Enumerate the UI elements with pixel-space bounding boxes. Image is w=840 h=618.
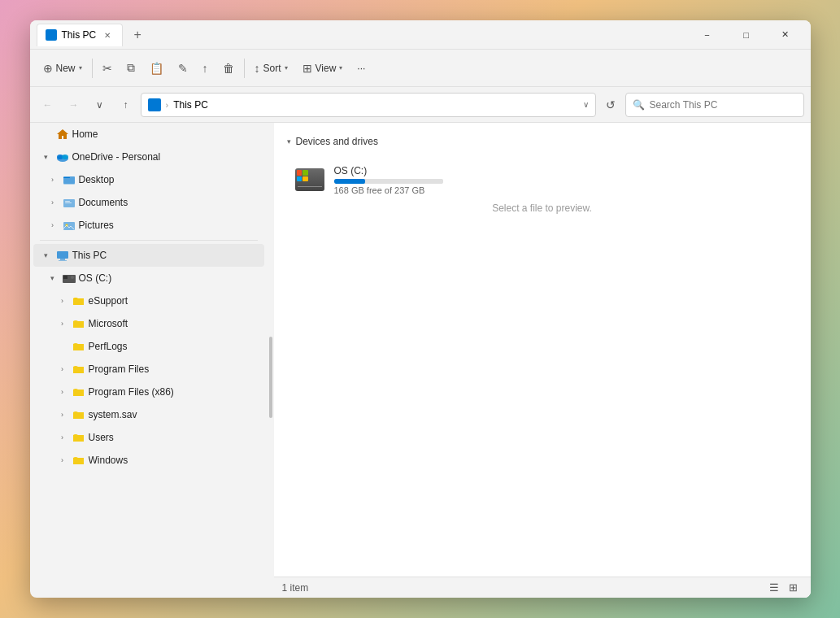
sidebar-item-program-files-x86[interactable]: › Program Files (x86) [50, 381, 264, 403]
address-text: This PC [173, 99, 208, 111]
minimize-button[interactable]: − [689, 24, 726, 46]
share-button[interactable]: ↑ [196, 58, 215, 79]
explorer-window: This PC ✕ + − □ ✕ ⊕ New ▾ ✂ ⧉ 📋 ✎ [30, 20, 811, 598]
svg-point-2 [62, 154, 68, 159]
toolbar: ⊕ New ▾ ✂ ⧉ 📋 ✎ ↑ 🗑 ↕ Sort ▾ ⊞ [30, 50, 811, 87]
section-title-devices: Devices and drives [296, 136, 378, 147]
paste-button[interactable]: 📋 [143, 58, 170, 79]
sidebar-item-onedrive[interactable]: ▾ OneDrive - Personal [33, 146, 264, 168]
sidebar-content: Home ▾ OneDrive - Personal › [30, 123, 268, 598]
main-area: Home ▾ OneDrive - Personal › [30, 123, 811, 598]
svg-point-16 [71, 276, 74, 279]
program-files-folder-icon [72, 363, 85, 376]
sidebar-scrollbar[interactable] [268, 123, 274, 598]
grid-view-button[interactable]: ⊞ [785, 580, 803, 596]
pictures-expand-icon[interactable]: › [46, 219, 59, 232]
sidebar-scrollbar-thumb[interactable] [269, 337, 272, 418]
windows-expand-icon[interactable]: › [56, 454, 69, 467]
system-sav-expand-icon[interactable]: › [56, 408, 69, 421]
close-button[interactable]: ✕ [767, 24, 804, 46]
sidebar-item-os-c[interactable]: ▾ OS (C:) [40, 267, 264, 289]
status-bar: 1 item ☰ ⊞ [274, 577, 811, 598]
sidebar-item-windows[interactable]: › Windows [50, 449, 264, 472]
svg-rect-15 [63, 276, 67, 279]
sidebar-item-desktop[interactable]: › Desktop [40, 168, 264, 191]
tab-close-button[interactable]: ✕ [101, 28, 114, 41]
esupport-expand-icon[interactable]: › [56, 294, 69, 307]
active-tab[interactable]: This PC ✕ [37, 24, 124, 46]
share-icon: ↑ [202, 62, 208, 75]
sidebar-system-sav-label: system.sav [89, 409, 137, 420]
section-expand-icon[interactable]: ▾ [287, 137, 291, 146]
sidebar-item-this-pc[interactable]: ▾ This PC [33, 244, 264, 267]
list-view-button[interactable]: ☰ [765, 580, 783, 596]
this-pc-expand-icon[interactable]: ▾ [40, 249, 53, 262]
paste-icon: 📋 [150, 62, 163, 75]
refresh-button[interactable]: ↺ [599, 94, 622, 116]
system-sav-folder-icon [72, 408, 85, 421]
address-field[interactable]: › This PC ∨ [141, 93, 596, 117]
microsoft-expand-icon[interactable]: › [56, 317, 69, 330]
rename-icon: ✎ [178, 62, 188, 75]
sidebar-item-users[interactable]: › Users [50, 426, 264, 449]
onedrive-expand-icon[interactable]: ▾ [40, 150, 53, 163]
svg-rect-7 [65, 201, 70, 202]
drive-bar-fill [334, 179, 366, 184]
sidebar-esupport-label: eSupport [89, 295, 128, 307]
view-button[interactable]: ⊞ View ▾ [296, 58, 350, 79]
sort-icon: ↕ [255, 62, 260, 75]
back-button[interactable]: ← [37, 94, 59, 116]
drive-info: OS (C:) 168 GB free of 237 GB [334, 165, 443, 195]
program-files-x86-expand-icon[interactable]: › [56, 385, 69, 398]
program-files-expand-icon[interactable]: › [56, 363, 69, 376]
sidebar-item-home[interactable]: Home [33, 123, 264, 146]
window-controls: − □ ✕ [689, 24, 804, 46]
os-c-icon [63, 272, 76, 285]
drive-icon-container [294, 163, 326, 196]
search-input[interactable] [650, 99, 797, 111]
new-tab-button[interactable]: + [126, 24, 149, 46]
sort-label: Sort [263, 63, 281, 74]
copy-button[interactable]: ⧉ [120, 57, 141, 79]
sidebar-item-program-files[interactable]: › Program Files [50, 358, 264, 381]
sidebar-windows-label: Windows [89, 455, 128, 466]
users-expand-icon[interactable]: › [56, 431, 69, 444]
delete-button[interactable]: 🗑 [216, 58, 241, 79]
sidebar-item-system-sav[interactable]: › system.sav [50, 403, 264, 426]
desktop-expand-icon[interactable]: › [46, 173, 59, 186]
new-button[interactable]: ⊕ New ▾ [37, 58, 89, 79]
tab-pc-icon [46, 29, 57, 41]
windows-folder-icon [72, 454, 85, 467]
sidebar-item-pictures[interactable]: › Pictures [40, 214, 264, 237]
drive-item-c[interactable]: OS (C:) 168 GB free of 237 GB [287, 157, 450, 202]
view-icon: ⊞ [302, 62, 312, 75]
os-c-expand-icon[interactable]: ▾ [46, 272, 59, 285]
cut-button[interactable]: ✂ [96, 58, 119, 79]
cut-icon: ✂ [102, 62, 112, 75]
status-view-buttons: ☰ ⊞ [765, 580, 803, 596]
documents-expand-icon[interactable]: › [46, 196, 59, 209]
more-button[interactable]: ··· [350, 59, 372, 78]
sidebar-item-microsoft[interactable]: › Microsoft [50, 312, 264, 335]
sidebar-onedrive-label: OneDrive - Personal [72, 151, 161, 163]
svg-rect-8 [65, 202, 72, 203]
sidebar-item-documents[interactable]: › Documents [40, 191, 264, 214]
svg-rect-5 [63, 176, 75, 184]
forward-button[interactable]: → [63, 94, 85, 116]
sort-button[interactable]: ↕ Sort ▾ [248, 58, 294, 79]
svg-rect-13 [59, 260, 67, 261]
maximize-button[interactable]: □ [728, 24, 765, 46]
sidebar-item-perflogs[interactable]: PerfLogs [50, 335, 264, 358]
rename-button[interactable]: ✎ [172, 58, 194, 79]
recent-locations-button[interactable]: ∨ [89, 94, 111, 116]
sidebar-microsoft-label: Microsoft [89, 318, 128, 329]
sidebar-item-esupport[interactable]: › eSupport [50, 289, 264, 312]
view-chevron-icon: ▾ [339, 64, 342, 72]
up-button[interactable]: ↑ [115, 94, 137, 116]
pictures-folder-icon [63, 219, 76, 232]
section-header-devices: ▾ Devices and drives [287, 136, 798, 147]
search-icon: 🔍 [633, 99, 645, 111]
preview-area: Select a file to preview. [287, 202, 798, 214]
search-box[interactable]: 🔍 [625, 93, 804, 117]
this-pc-icon [56, 249, 69, 262]
